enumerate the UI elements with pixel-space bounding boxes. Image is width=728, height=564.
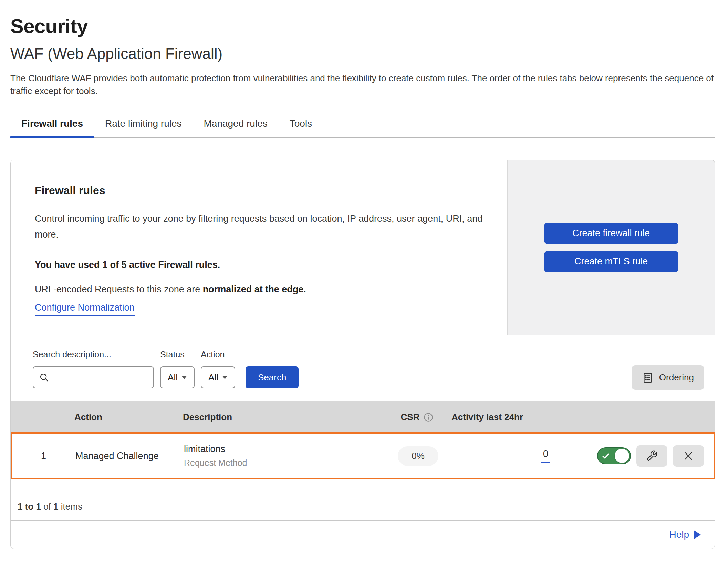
rule-controls bbox=[583, 445, 714, 467]
rule-priority: 1 bbox=[12, 451, 75, 461]
pagination: 1 to 1 of 1 items bbox=[11, 479, 715, 520]
tab-firewall-rules[interactable]: Firewall rules bbox=[10, 113, 94, 137]
action-label: Action bbox=[201, 349, 235, 359]
tab-managed-rules[interactable]: Managed rules bbox=[193, 113, 279, 137]
table-row[interactable]: 1 Managed Challenge limitations Request … bbox=[11, 432, 715, 479]
filter-bar: Search description... Status All Actio bbox=[11, 335, 715, 401]
header-description: Description bbox=[183, 412, 383, 422]
help-link-label: Help bbox=[669, 529, 689, 540]
header-activity: Activity last 24hr bbox=[451, 412, 582, 422]
panel-footer: Help bbox=[11, 520, 715, 549]
caret-down-icon bbox=[222, 376, 228, 379]
tab-bar: Firewall rules Rate limiting rules Manag… bbox=[10, 113, 715, 138]
usage-line: You have used 1 of 5 active Firewall rul… bbox=[35, 260, 487, 270]
caret-down-icon bbox=[181, 376, 187, 379]
activity-count-link[interactable]: 0 bbox=[541, 449, 550, 463]
header-action: Action bbox=[74, 412, 183, 422]
configure-normalization-link[interactable]: Configure Normalization bbox=[35, 302, 135, 316]
panel-top-section: Firewall rules Control incoming traffic … bbox=[11, 160, 715, 335]
edit-rule-button[interactable] bbox=[636, 445, 667, 467]
tab-tools[interactable]: Tools bbox=[279, 113, 323, 137]
rule-csr-cell: 0% bbox=[384, 446, 453, 466]
pagination-range: 1 to 1 bbox=[18, 501, 41, 512]
rule-action: Managed Challenge bbox=[75, 451, 184, 461]
create-mtls-rule-button[interactable]: Create mTLS rule bbox=[544, 251, 678, 272]
normalization-bold: normalized at the edge. bbox=[203, 284, 306, 294]
search-filter-group: Search description... bbox=[33, 349, 154, 388]
csr-badge: 0% bbox=[398, 446, 438, 466]
wrench-icon bbox=[646, 450, 658, 462]
close-icon bbox=[683, 450, 694, 462]
pagination-of: of bbox=[43, 501, 51, 512]
status-select[interactable]: All bbox=[160, 366, 195, 388]
search-input[interactable] bbox=[33, 366, 154, 388]
status-label: Status bbox=[160, 349, 195, 359]
rule-description-cell: limitations Request Method bbox=[184, 444, 384, 468]
firewall-rules-panel: Firewall rules Control incoming traffic … bbox=[10, 160, 715, 549]
status-select-value: All bbox=[168, 372, 178, 383]
action-select[interactable]: All bbox=[201, 366, 235, 388]
tab-rate-limiting-rules[interactable]: Rate limiting rules bbox=[94, 113, 193, 137]
panel-heading: Firewall rules bbox=[35, 184, 487, 197]
header-csr-label: CSR bbox=[401, 412, 420, 422]
search-button[interactable]: Search bbox=[246, 366, 299, 388]
search-description-label: Search description... bbox=[33, 349, 154, 359]
pagination-total: 1 bbox=[53, 501, 58, 512]
normalization-line: URL-encoded Requests to this zone are no… bbox=[35, 284, 487, 295]
panel-actions: Create firewall rule Create mTLS rule bbox=[507, 160, 715, 335]
rule-description-sub: Request Method bbox=[184, 458, 384, 468]
pagination-items: items bbox=[61, 501, 82, 512]
page-description: The Cloudflare WAF provides both automat… bbox=[10, 72, 715, 97]
search-box bbox=[33, 366, 154, 388]
page-subtitle: WAF (Web Application Firewall) bbox=[10, 46, 715, 62]
ordering-button-label: Ordering bbox=[659, 372, 694, 383]
panel-description: Control incoming traffic to your zone by… bbox=[35, 211, 486, 242]
help-arrow-icon bbox=[694, 530, 701, 539]
rule-description: limitations bbox=[184, 444, 384, 455]
ordering-list-icon bbox=[642, 372, 654, 384]
ordering-button[interactable]: Ordering bbox=[632, 365, 704, 390]
delete-rule-button[interactable] bbox=[673, 445, 704, 467]
rule-activity-cell: 0 bbox=[453, 449, 583, 463]
panel-info: Firewall rules Control incoming traffic … bbox=[11, 160, 507, 335]
table-header: Action Description CSR Activity last 24h… bbox=[11, 401, 715, 432]
status-filter-group: Status All bbox=[160, 349, 195, 388]
security-waf-page: Security WAF (Web Application Firewall) … bbox=[0, 0, 728, 549]
activity-sparkline bbox=[453, 458, 529, 458]
action-filter-group: Action All bbox=[201, 349, 235, 388]
page-title: Security bbox=[10, 16, 715, 37]
action-select-value: All bbox=[208, 372, 218, 383]
info-icon[interactable] bbox=[424, 412, 433, 422]
header-csr: CSR bbox=[383, 412, 451, 422]
toggle-knob bbox=[615, 449, 629, 463]
help-link[interactable]: Help bbox=[669, 529, 701, 540]
check-icon bbox=[601, 451, 610, 460]
normalization-prefix: URL-encoded Requests to this zone are bbox=[35, 284, 200, 294]
rule-enabled-toggle[interactable] bbox=[597, 447, 631, 464]
create-firewall-rule-button[interactable]: Create firewall rule bbox=[544, 223, 678, 244]
